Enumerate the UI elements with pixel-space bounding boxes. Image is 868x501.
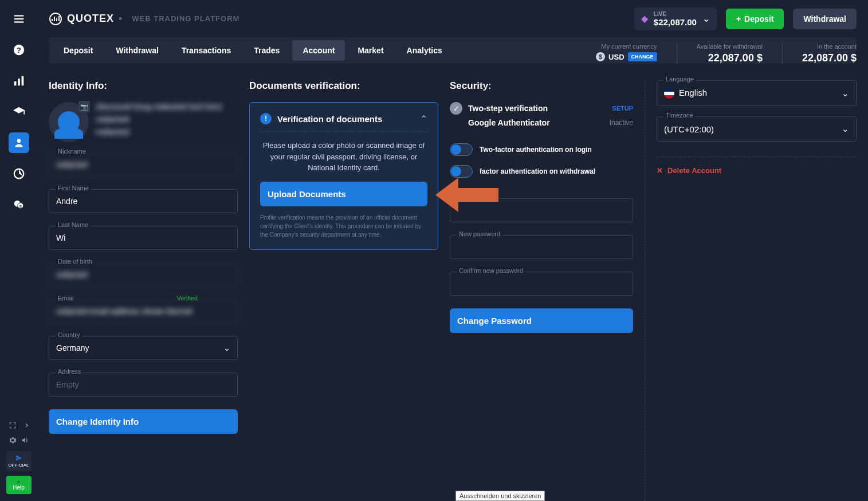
toggle-2fa-login[interactable] [450, 143, 473, 156]
info-icon: ! [260, 113, 272, 124]
avatar[interactable]: 📷 [49, 102, 89, 142]
twostep-label: Two-step verification [468, 104, 606, 113]
language-select[interactable]: English ⌄ [657, 80, 857, 106]
tab-withdrawal[interactable]: Withdrawal [105, 40, 169, 61]
gem-icon: ◆ [641, 13, 648, 24]
header: QUOTEX • WEB TRADING PLATFORM ◆ LIVE $22… [37, 0, 868, 37]
address-input[interactable] [49, 373, 238, 397]
svg-rect-7 [21, 76, 23, 86]
verify-text: Please upload a color photo or scanned i… [260, 140, 427, 174]
expand-icon[interactable] [9, 421, 17, 432]
inaccount-value: 22,087.00 $ [802, 52, 857, 64]
help-badge[interactable]: Help [6, 476, 32, 494]
logo[interactable]: QUOTEX • WEB TRADING PLATFORM [49, 12, 239, 26]
chevron-down-icon: ⌄ [702, 13, 710, 24]
old-password-input[interactable] [450, 198, 633, 222]
check-icon: ✓ [450, 102, 462, 115]
profile-line1: obscured long redacted text here [96, 102, 222, 111]
identity-title: Identity Info: [49, 80, 238, 92]
deposit-button[interactable]: +Deposit [726, 9, 784, 29]
logo-subtitle: WEB TRADING PLATFORM [132, 14, 239, 23]
balance-selector[interactable]: ◆ LIVE $22,087.00 ⌄ [634, 7, 717, 30]
confirm-password-input[interactable] [450, 272, 633, 296]
available-label: Available for withdrawal [697, 43, 763, 50]
flag-uk-icon [664, 88, 674, 99]
plus-icon: + [736, 14, 741, 24]
sound-icon[interactable] [21, 436, 29, 447]
nickname-input[interactable] [49, 152, 238, 177]
new-password-input[interactable] [450, 235, 633, 259]
academy-icon[interactable] [9, 101, 29, 122]
timezone-select[interactable]: (UTC+02:00) ⌄ [657, 116, 857, 142]
official-badge[interactable]: OFFICIAL [6, 451, 32, 471]
tab-account[interactable]: Account [292, 40, 345, 61]
verify-card: ! Verification of documents ⌃ Please upl… [249, 102, 438, 250]
svg-point-8 [17, 139, 21, 143]
ga-label: Google Authenticator [468, 118, 604, 127]
change-currency-button[interactable]: CHANGE [628, 52, 657, 61]
tab-trades[interactable]: Trades [243, 40, 290, 61]
balance-label: LIVE [654, 11, 697, 17]
inaccount-label: In the account [802, 43, 857, 50]
setup-link[interactable]: SETUP [612, 105, 633, 112]
balance-amount: $22,087.00 [654, 17, 697, 27]
chart-icon[interactable] [9, 71, 29, 91]
account-icon[interactable] [9, 132, 29, 153]
menu-icon[interactable] [9, 9, 29, 29]
currency-label: My current currency [596, 43, 657, 50]
email-input[interactable] [49, 299, 238, 323]
toggle-withdrawal-label: factor authentication on withdrawal [480, 167, 595, 175]
wallet-icon[interactable]: $ [9, 194, 29, 215]
svg-text:?: ? [17, 46, 21, 54]
profile-line3: redacted [96, 127, 222, 136]
camera-icon[interactable]: 📷 [78, 101, 90, 112]
help-circle-icon[interactable]: ? [9, 40, 29, 60]
toggle-2fa-withdrawal[interactable] [450, 165, 473, 178]
snip-tooltip: Ausschneiden und skizzieren [455, 491, 545, 501]
svg-rect-6 [18, 79, 20, 85]
withdrawal-button[interactable]: Withdrawal [793, 9, 857, 29]
toggle-login-label: Two-factor authentication on login [480, 146, 592, 154]
pie-icon[interactable] [9, 163, 29, 184]
delete-account-link[interactable]: ✕ Delete Account [657, 156, 857, 175]
gear-icon[interactable] [9, 436, 17, 447]
available-value: 22,087.00 $ [697, 52, 763, 64]
sidebar: ? $ OFFICIAL Help [0, 0, 37, 501]
currency-code: USD [608, 53, 624, 61]
tab-transactions[interactable]: Transactions [171, 40, 241, 61]
security-title: Security: [450, 80, 633, 92]
tab-deposit[interactable]: Deposit [53, 40, 103, 61]
change-identity-button[interactable]: Change Identity Info [49, 409, 238, 434]
dob-input[interactable] [49, 263, 238, 287]
chevron-up-icon[interactable]: ⌃ [420, 113, 427, 124]
close-icon: ✕ [657, 166, 663, 175]
verify-card-title: Verification of documents [277, 114, 414, 124]
chevron-down-icon: ⌄ [842, 88, 849, 99]
svg-rect-5 [14, 81, 16, 85]
upload-documents-button[interactable]: Upload Documents [260, 182, 427, 206]
dollar-icon: $ [596, 52, 605, 61]
tab-analytics[interactable]: Analytics [396, 40, 453, 61]
verify-fineprint: Profile verification means the provision… [260, 213, 427, 239]
arrow-right-icon[interactable] [21, 421, 29, 432]
docs-title: Documents verification: [249, 80, 438, 92]
ga-status: Inactive [610, 119, 633, 127]
chevron-down-icon: ⌄ [842, 124, 849, 134]
tab-market[interactable]: Market [347, 40, 394, 61]
lastname-input[interactable] [49, 226, 238, 250]
firstname-input[interactable] [49, 189, 238, 213]
svg-text:$: $ [19, 204, 21, 209]
change-password-button[interactable]: Change Password [450, 308, 633, 333]
summary-bar: My current currency $ USD CHANGE Availab… [596, 43, 857, 64]
country-select[interactable]: Germany⌄ [49, 336, 238, 360]
chevron-down-icon: ⌄ [223, 343, 230, 353]
profile-line2: redacted [96, 115, 222, 124]
